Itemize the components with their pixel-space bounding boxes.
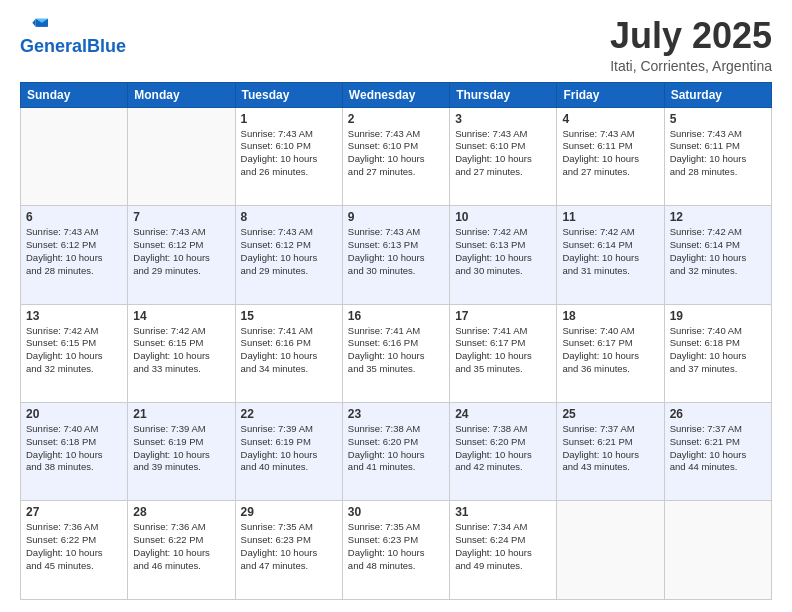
- calendar-cell: 11Sunrise: 7:42 AM Sunset: 6:14 PM Dayli…: [557, 206, 664, 304]
- day-number: 12: [670, 210, 766, 224]
- day-detail: Sunrise: 7:39 AM Sunset: 6:19 PM Dayligh…: [241, 423, 337, 474]
- calendar-cell: 8Sunrise: 7:43 AM Sunset: 6:12 PM Daylig…: [235, 206, 342, 304]
- day-number: 17: [455, 309, 551, 323]
- calendar-cell: 3Sunrise: 7:43 AM Sunset: 6:10 PM Daylig…: [450, 107, 557, 205]
- day-detail: Sunrise: 7:43 AM Sunset: 6:12 PM Dayligh…: [241, 226, 337, 277]
- day-detail: Sunrise: 7:43 AM Sunset: 6:12 PM Dayligh…: [133, 226, 229, 277]
- day-number: 14: [133, 309, 229, 323]
- calendar-cell: 4Sunrise: 7:43 AM Sunset: 6:11 PM Daylig…: [557, 107, 664, 205]
- day-number: 4: [562, 112, 658, 126]
- day-number: 1: [241, 112, 337, 126]
- day-detail: Sunrise: 7:42 AM Sunset: 6:14 PM Dayligh…: [562, 226, 658, 277]
- page: General Blue July 2025 Itati, Corrientes…: [0, 0, 792, 612]
- day-detail: Sunrise: 7:40 AM Sunset: 6:17 PM Dayligh…: [562, 325, 658, 376]
- day-detail: Sunrise: 7:35 AM Sunset: 6:23 PM Dayligh…: [348, 521, 444, 572]
- col-wednesday: Wednesday: [342, 82, 449, 107]
- calendar-header-row: Sunday Monday Tuesday Wednesday Thursday…: [21, 82, 772, 107]
- calendar-cell: 14Sunrise: 7:42 AM Sunset: 6:15 PM Dayli…: [128, 304, 235, 402]
- day-number: 18: [562, 309, 658, 323]
- day-number: 3: [455, 112, 551, 126]
- day-detail: Sunrise: 7:35 AM Sunset: 6:23 PM Dayligh…: [241, 521, 337, 572]
- logo-blue: Blue: [87, 36, 126, 57]
- calendar-cell: [557, 501, 664, 600]
- day-number: 6: [26, 210, 122, 224]
- calendar-cell: 1Sunrise: 7:43 AM Sunset: 6:10 PM Daylig…: [235, 107, 342, 205]
- day-detail: Sunrise: 7:42 AM Sunset: 6:15 PM Dayligh…: [26, 325, 122, 376]
- day-number: 21: [133, 407, 229, 421]
- day-number: 23: [348, 407, 444, 421]
- calendar-cell: 5Sunrise: 7:43 AM Sunset: 6:11 PM Daylig…: [664, 107, 771, 205]
- day-detail: Sunrise: 7:36 AM Sunset: 6:22 PM Dayligh…: [26, 521, 122, 572]
- day-detail: Sunrise: 7:39 AM Sunset: 6:19 PM Dayligh…: [133, 423, 229, 474]
- day-number: 16: [348, 309, 444, 323]
- header: General Blue July 2025 Itati, Corrientes…: [20, 16, 772, 74]
- calendar-cell: [664, 501, 771, 600]
- day-detail: Sunrise: 7:37 AM Sunset: 6:21 PM Dayligh…: [562, 423, 658, 474]
- day-detail: Sunrise: 7:41 AM Sunset: 6:17 PM Dayligh…: [455, 325, 551, 376]
- day-detail: Sunrise: 7:43 AM Sunset: 6:10 PM Dayligh…: [348, 128, 444, 179]
- calendar-cell: 7Sunrise: 7:43 AM Sunset: 6:12 PM Daylig…: [128, 206, 235, 304]
- calendar-cell: 13Sunrise: 7:42 AM Sunset: 6:15 PM Dayli…: [21, 304, 128, 402]
- calendar-cell: 2Sunrise: 7:43 AM Sunset: 6:10 PM Daylig…: [342, 107, 449, 205]
- month-year: July 2025: [610, 16, 772, 56]
- calendar-cell: 18Sunrise: 7:40 AM Sunset: 6:17 PM Dayli…: [557, 304, 664, 402]
- calendar-week-3: 20Sunrise: 7:40 AM Sunset: 6:18 PM Dayli…: [21, 403, 772, 501]
- calendar-cell: 10Sunrise: 7:42 AM Sunset: 6:13 PM Dayli…: [450, 206, 557, 304]
- col-friday: Friday: [557, 82, 664, 107]
- calendar-cell: 6Sunrise: 7:43 AM Sunset: 6:12 PM Daylig…: [21, 206, 128, 304]
- calendar-cell: [128, 107, 235, 205]
- calendar-cell: 22Sunrise: 7:39 AM Sunset: 6:19 PM Dayli…: [235, 403, 342, 501]
- calendar-cell: 29Sunrise: 7:35 AM Sunset: 6:23 PM Dayli…: [235, 501, 342, 600]
- day-number: 26: [670, 407, 766, 421]
- day-number: 22: [241, 407, 337, 421]
- calendar-week-1: 6Sunrise: 7:43 AM Sunset: 6:12 PM Daylig…: [21, 206, 772, 304]
- calendar-cell: 26Sunrise: 7:37 AM Sunset: 6:21 PM Dayli…: [664, 403, 771, 501]
- day-detail: Sunrise: 7:42 AM Sunset: 6:15 PM Dayligh…: [133, 325, 229, 376]
- calendar-cell: 21Sunrise: 7:39 AM Sunset: 6:19 PM Dayli…: [128, 403, 235, 501]
- day-number: 15: [241, 309, 337, 323]
- day-number: 24: [455, 407, 551, 421]
- day-number: 20: [26, 407, 122, 421]
- calendar-cell: 9Sunrise: 7:43 AM Sunset: 6:13 PM Daylig…: [342, 206, 449, 304]
- day-number: 31: [455, 505, 551, 519]
- day-detail: Sunrise: 7:43 AM Sunset: 6:11 PM Dayligh…: [562, 128, 658, 179]
- calendar-cell: 28Sunrise: 7:36 AM Sunset: 6:22 PM Dayli…: [128, 501, 235, 600]
- day-detail: Sunrise: 7:37 AM Sunset: 6:21 PM Dayligh…: [670, 423, 766, 474]
- day-number: 13: [26, 309, 122, 323]
- day-detail: Sunrise: 7:38 AM Sunset: 6:20 PM Dayligh…: [348, 423, 444, 474]
- day-detail: Sunrise: 7:40 AM Sunset: 6:18 PM Dayligh…: [670, 325, 766, 376]
- calendar-cell: 25Sunrise: 7:37 AM Sunset: 6:21 PM Dayli…: [557, 403, 664, 501]
- calendar-cell: 19Sunrise: 7:40 AM Sunset: 6:18 PM Dayli…: [664, 304, 771, 402]
- day-number: 25: [562, 407, 658, 421]
- day-detail: Sunrise: 7:40 AM Sunset: 6:18 PM Dayligh…: [26, 423, 122, 474]
- logo-icon: [20, 16, 48, 34]
- col-saturday: Saturday: [664, 82, 771, 107]
- calendar-cell: 15Sunrise: 7:41 AM Sunset: 6:16 PM Dayli…: [235, 304, 342, 402]
- day-detail: Sunrise: 7:42 AM Sunset: 6:14 PM Dayligh…: [670, 226, 766, 277]
- calendar-cell: 17Sunrise: 7:41 AM Sunset: 6:17 PM Dayli…: [450, 304, 557, 402]
- day-number: 10: [455, 210, 551, 224]
- calendar-cell: 31Sunrise: 7:34 AM Sunset: 6:24 PM Dayli…: [450, 501, 557, 600]
- day-detail: Sunrise: 7:43 AM Sunset: 6:11 PM Dayligh…: [670, 128, 766, 179]
- day-detail: Sunrise: 7:34 AM Sunset: 6:24 PM Dayligh…: [455, 521, 551, 572]
- day-number: 8: [241, 210, 337, 224]
- day-number: 5: [670, 112, 766, 126]
- day-number: 28: [133, 505, 229, 519]
- day-detail: Sunrise: 7:43 AM Sunset: 6:12 PM Dayligh…: [26, 226, 122, 277]
- day-detail: Sunrise: 7:41 AM Sunset: 6:16 PM Dayligh…: [348, 325, 444, 376]
- calendar-cell: 24Sunrise: 7:38 AM Sunset: 6:20 PM Dayli…: [450, 403, 557, 501]
- day-detail: Sunrise: 7:36 AM Sunset: 6:22 PM Dayligh…: [133, 521, 229, 572]
- day-number: 9: [348, 210, 444, 224]
- day-number: 27: [26, 505, 122, 519]
- day-detail: Sunrise: 7:42 AM Sunset: 6:13 PM Dayligh…: [455, 226, 551, 277]
- day-detail: Sunrise: 7:41 AM Sunset: 6:16 PM Dayligh…: [241, 325, 337, 376]
- calendar-cell: 23Sunrise: 7:38 AM Sunset: 6:20 PM Dayli…: [342, 403, 449, 501]
- calendar-week-0: 1Sunrise: 7:43 AM Sunset: 6:10 PM Daylig…: [21, 107, 772, 205]
- calendar-cell: 16Sunrise: 7:41 AM Sunset: 6:16 PM Dayli…: [342, 304, 449, 402]
- day-number: 30: [348, 505, 444, 519]
- day-detail: Sunrise: 7:38 AM Sunset: 6:20 PM Dayligh…: [455, 423, 551, 474]
- day-number: 7: [133, 210, 229, 224]
- col-tuesday: Tuesday: [235, 82, 342, 107]
- calendar-cell: 20Sunrise: 7:40 AM Sunset: 6:18 PM Dayli…: [21, 403, 128, 501]
- calendar: Sunday Monday Tuesday Wednesday Thursday…: [20, 82, 772, 600]
